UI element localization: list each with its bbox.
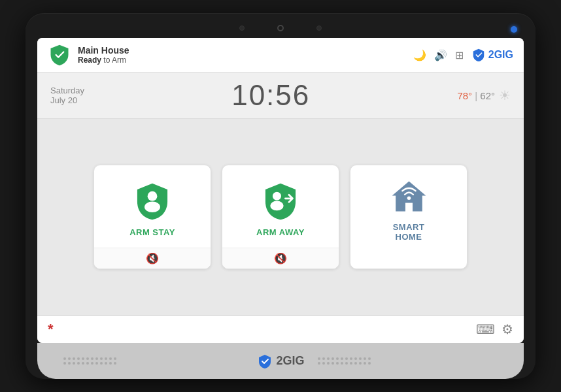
svg-point-1 xyxy=(144,201,160,212)
home-name: Main House xyxy=(78,45,129,56)
date-block: Saturday July 20 xyxy=(50,86,84,105)
keyboard-icon[interactable]: ⌨ xyxy=(476,321,495,337)
speaker-left xyxy=(63,357,244,365)
camera-indicator-right xyxy=(316,25,322,31)
arm-stay-footer: 🔇 xyxy=(94,248,211,269)
arm-away-shield-icon xyxy=(261,182,300,221)
smart-home-label: SMART HOME xyxy=(393,222,425,242)
speaker-right xyxy=(318,357,498,365)
svg-point-0 xyxy=(148,191,158,201)
temp-low: 62° xyxy=(480,90,495,101)
device-brand-text: 2GIG xyxy=(277,354,305,368)
main-content: ARM STAY 🔇 ARM AWAY xyxy=(37,119,524,315)
svg-point-3 xyxy=(270,201,283,210)
bottom-bar: * ⌨ ⚙ xyxy=(37,315,524,343)
arm-away-label: ARM AWAY xyxy=(256,227,305,237)
day-name: Saturday xyxy=(50,86,84,95)
camera-lens xyxy=(277,25,284,31)
header-left: Main House Ready to Arm xyxy=(48,43,129,67)
temp-high: 78° xyxy=(457,90,472,101)
device-brand: 2GIG xyxy=(257,353,305,369)
shield-logo-icon xyxy=(48,43,71,67)
arm-stay-mute-icon: 🔇 xyxy=(146,252,159,265)
camera-indicator-left xyxy=(239,25,245,31)
time-display: 10:56 xyxy=(231,79,310,112)
asterisk-button[interactable]: * xyxy=(48,321,54,338)
arm-away-card-top: ARM AWAY xyxy=(248,165,313,248)
weather-temps: 78° | 62° xyxy=(457,90,495,101)
arm-stay-label: ARM STAY xyxy=(129,227,175,237)
info-bar: Saturday July 20 10:56 78° | 62° ☀ xyxy=(37,73,524,119)
brand-shield-icon xyxy=(471,48,486,62)
arm-away-footer: 🔇 xyxy=(222,248,339,269)
date: July 20 xyxy=(50,95,84,105)
screen: Main House Ready to Arm 🌙 🔊 ⊞ 2GIG xyxy=(37,38,524,343)
device-top-bar xyxy=(37,25,524,38)
device-brand-shield-icon xyxy=(257,353,273,369)
status-led xyxy=(511,26,517,33)
smart-home-house-icon xyxy=(388,176,430,216)
header-text: Main House Ready to Arm xyxy=(78,45,129,65)
brand-label: 2GIG xyxy=(488,49,513,61)
svg-point-2 xyxy=(273,191,281,200)
device-bottom: 2GIG xyxy=(37,343,524,379)
smart-home-card-top: SMART HOME xyxy=(380,165,438,248)
header: Main House Ready to Arm 🌙 🔊 ⊞ 2GIG xyxy=(37,38,524,73)
bottom-right-icons: ⌨ ⚙ xyxy=(476,321,513,337)
brand-2gig: 2GIG xyxy=(471,48,513,62)
header-right: 🌙 🔊 ⊞ 2GIG xyxy=(413,48,513,62)
device-frame: Main House Ready to Arm 🌙 🔊 ⊞ 2GIG xyxy=(26,13,536,379)
status-text: Ready to Arm xyxy=(78,56,129,65)
arm-stay-shield-icon xyxy=(133,182,172,221)
arm-stay-card-top: ARM STAY xyxy=(122,165,183,248)
svg-point-5 xyxy=(407,196,411,200)
arm-away-button[interactable]: ARM AWAY 🔇 xyxy=(222,165,339,269)
sun-icon: ☀ xyxy=(499,88,511,103)
smart-home-footer xyxy=(350,248,467,269)
smart-home-button[interactable]: SMART HOME xyxy=(350,165,468,269)
moon-icon[interactable]: 🌙 xyxy=(413,49,426,61)
status-bold: Ready xyxy=(78,56,101,65)
grid-icon[interactable]: ⊞ xyxy=(455,49,464,61)
weather-block: 78° | 62° ☀ xyxy=(457,88,511,103)
volume-icon[interactable]: 🔊 xyxy=(434,49,447,61)
arm-away-mute-icon: 🔇 xyxy=(274,252,287,265)
settings-icon[interactable]: ⚙ xyxy=(502,321,513,337)
arm-stay-button[interactable]: ARM STAY 🔇 xyxy=(94,165,211,269)
